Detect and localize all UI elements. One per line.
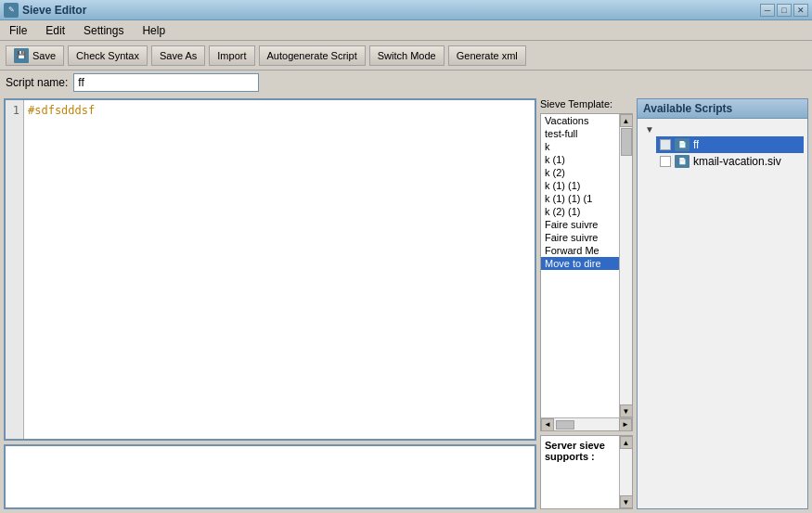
script-name-label: Script name:	[6, 76, 68, 89]
import-button[interactable]: Import	[209, 45, 254, 66]
window-title: Sieve Editor	[22, 4, 86, 17]
sieve-scroll-track[interactable]	[620, 127, 632, 404]
check-syntax-button[interactable]: Check Syntax	[68, 45, 148, 66]
toolbar: 💾 Save Check Syntax Save As Import Autog…	[0, 41, 812, 71]
sieve-template-label: Sieve Template:	[540, 98, 633, 109]
sieve-hscroll-left[interactable]: ◄	[541, 418, 554, 431]
tree-label-kmail: kmail-vacation.siv	[693, 155, 781, 168]
title-bar: ✎ Sieve Editor ─ □ ✕	[0, 0, 812, 20]
sieve-scroll-up[interactable]: ▲	[620, 114, 633, 127]
sieve-list-inner: Vacations test-full k k (1) k (2) k (1) …	[541, 114, 632, 417]
server-scroll-up[interactable]: ▲	[620, 436, 633, 449]
sieve-hscroll-track[interactable]	[554, 418, 619, 430]
tree-toggle-root[interactable]: ▼	[645, 124, 654, 135]
sieve-item-k21[interactable]: k (2) (1)	[541, 205, 619, 218]
scripts-panel-header: Available Scripts	[638, 99, 807, 119]
tree-item-root[interactable]: ▼	[641, 122, 804, 136]
log-area	[4, 444, 536, 509]
sieve-list[interactable]: Vacations test-full k k (1) k (2) k (1) …	[541, 114, 619, 417]
sieve-item-test-full[interactable]: test-full	[541, 127, 619, 140]
sieve-hscroll-right[interactable]: ►	[619, 418, 632, 431]
sieve-item-forward[interactable]: Forward Me	[541, 244, 619, 257]
sieve-item-k2[interactable]: k (2)	[541, 166, 619, 179]
sieve-vertical-scrollbar[interactable]: ▲ ▼	[619, 114, 632, 417]
server-scrollbar[interactable]: ▲ ▼	[619, 436, 632, 508]
close-button[interactable]: ✕	[793, 4, 808, 17]
editor-text[interactable]: #sdfsdddsf	[24, 100, 535, 439]
script-name-row: Script name:	[0, 71, 812, 95]
editor-container: 1 #sdfsdddsf	[4, 98, 536, 441]
save-button[interactable]: 💾 Save	[6, 45, 64, 66]
menu-help[interactable]: Help	[136, 22, 171, 39]
sieve-item-k11[interactable]: k (1) (1)	[541, 179, 619, 192]
script-name-input[interactable]	[73, 73, 259, 92]
title-bar-left: ✎ Sieve Editor	[4, 3, 86, 18]
sieve-scroll-thumb[interactable]	[621, 128, 632, 156]
tree-label-ff: ff	[693, 138, 699, 151]
window-controls: ─ □ ✕	[760, 4, 808, 17]
menu-bar: File Edit Settings Help	[0, 20, 812, 41]
autogenerate-button[interactable]: Autogenerate Script	[259, 45, 366, 66]
app-icon: ✎	[4, 3, 19, 18]
sieve-panel: Sieve Template: Vacations test-full k k …	[540, 98, 633, 509]
tree-item-kmail[interactable]: 📄 kmail-vacation.siv	[656, 153, 804, 170]
save-as-button[interactable]: Save As	[151, 45, 205, 66]
sieve-item-faire-suivre1[interactable]: Faire suivre	[541, 218, 619, 231]
server-scroll-track[interactable]	[620, 449, 632, 495]
menu-file[interactable]: File	[4, 22, 32, 39]
maximize-button[interactable]: □	[777, 4, 792, 17]
tree-checkbox-kmail[interactable]	[660, 156, 671, 167]
tree-icon-kmail: 📄	[675, 155, 690, 168]
server-area: Server sieve supports : ▲ ▼	[540, 435, 633, 509]
tree-item-ff[interactable]: 📄 ff	[656, 136, 804, 153]
sieve-item-k1[interactable]: k (1)	[541, 153, 619, 166]
switch-mode-button[interactable]: Switch Mode	[369, 45, 445, 66]
line-numbers: 1	[6, 100, 24, 439]
save-label: Save	[32, 50, 56, 61]
tree-icon-ff: 📄	[675, 138, 690, 151]
left-panel: 1 #sdfsdddsf	[4, 98, 536, 509]
minimize-button[interactable]: ─	[760, 4, 775, 17]
sieve-item-k111[interactable]: k (1) (1) (1	[541, 192, 619, 205]
server-scroll-down[interactable]: ▼	[620, 495, 633, 508]
tree-checkbox-ff[interactable]	[660, 139, 671, 150]
menu-settings[interactable]: Settings	[78, 22, 129, 39]
sieve-scroll-down[interactable]: ▼	[620, 404, 633, 417]
generate-xml-button[interactable]: Generate xml	[448, 45, 526, 66]
sieve-horizontal-scrollbar[interactable]: ◄ ►	[541, 417, 632, 430]
sieve-item-k[interactable]: k	[541, 140, 619, 153]
sieve-list-wrapper: Vacations test-full k k (1) k (2) k (1) …	[540, 113, 633, 431]
sieve-item-faire-suivre2[interactable]: Faire suivre	[541, 231, 619, 244]
sieve-hscroll-thumb[interactable]	[556, 420, 574, 430]
main-content: 1 #sdfsdddsf Sieve Template: Vacations t…	[0, 95, 812, 513]
scripts-tree: ▼ 📄 ff 📄 kmail-vacation.siv	[638, 119, 807, 508]
save-icon: 💾	[14, 48, 29, 63]
tree-child-ff: 📄 ff 📄 kmail-vacation.siv	[656, 136, 804, 170]
sieve-item-move[interactable]: Move to dire	[541, 257, 619, 270]
sieve-item-vacations[interactable]: Vacations	[541, 114, 619, 127]
available-scripts-panel: Available Scripts ▼ 📄 ff 📄 kmail-vacatio…	[637, 98, 808, 509]
menu-edit[interactable]: Edit	[40, 22, 71, 39]
